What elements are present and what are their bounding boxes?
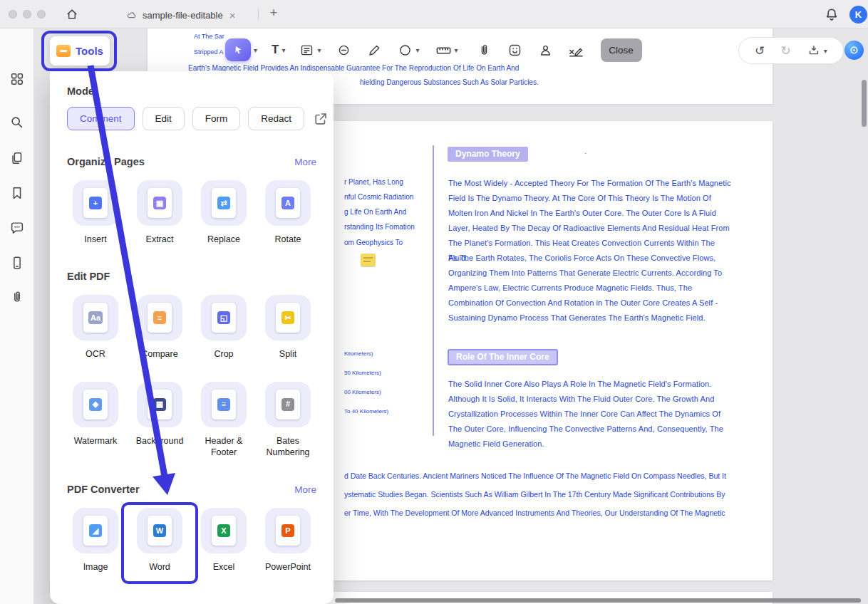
background-icon: ▦ [137,382,182,427]
signature-tool-button[interactable] [567,41,585,59]
zoom-window-button[interactable] [37,10,46,19]
redo-icon[interactable]: ↻ [780,43,790,58]
tool-replace[interactable]: ⇄ Replace [195,180,252,245]
rotate-icon: A [265,180,311,226]
stamp-icon [538,43,553,58]
shape-tool-button[interactable]: ▾ [398,43,419,58]
doc-fragment: g Life On Earth And [344,208,406,216]
minimize-window-button[interactable] [23,10,31,19]
new-tab-button[interactable]: + [265,6,282,23]
stamp-tool-button[interactable] [538,43,553,58]
organize-pages-tiles: + Insert ▣ Extract ⇄ Replace A Rotate [67,180,316,245]
chevron-down-icon[interactable]: ▾ [455,46,458,54]
tool-powerpoint[interactable]: P PowerPoint [259,508,316,573]
mode-redact-button[interactable]: Redact [248,107,304,130]
mode-section-label: Mode [67,85,316,97]
document-tab[interactable]: sample-file-editable × [120,6,243,24]
replace-icon: ⇄ [201,180,247,226]
undo-icon[interactable]: ↺ [755,43,765,58]
sticker-tool-button[interactable] [507,43,522,58]
ai-assistant-button[interactable] [844,41,864,60]
mode-options-row: Comment Edit Form Redact [67,107,316,130]
titlebar: sample-file-editable × + K [0,0,868,28]
attach-tool-button[interactable] [477,43,492,58]
tool-bates-numbering[interactable]: # Bates Numbering [259,382,316,459]
chevron-down-icon[interactable]: ▾ [317,46,321,54]
horizontal-scrollbar-thumb[interactable] [335,598,861,603]
pdf-converter-title: PDF Converter [67,484,140,495]
doc-fragment: r Planet, Has Long [344,178,403,186]
tools-button-label: Tools [76,45,103,57]
select-tool-button[interactable]: ▾ [225,38,257,61]
tool-header-footer[interactable]: ≡ Header & Footer [195,382,252,459]
tools-button[interactable]: Tools [50,36,110,66]
tools-icon [56,45,71,57]
search-icon[interactable] [9,115,25,130]
pdf-converter-header: PDF Converter More [67,484,316,495]
tool-compare[interactable]: ≡ Compare [131,295,188,360]
section-rule [433,145,434,436]
select-tool-active-box[interactable] [225,38,251,61]
cloud-sync-icon [125,9,138,21]
chevron-down-icon[interactable]: ▾ [415,46,419,54]
comments-icon[interactable] [9,220,25,236]
cursor-icon [232,43,244,56]
paperclip-icon [477,43,492,58]
doc-heading-dynamo-theory: Dynamo Theory [448,147,528,162]
vertical-scrollbar-thumb[interactable] [862,80,867,127]
tool-excel[interactable]: X Excel [195,508,252,573]
mode-comment-button[interactable]: Comment [67,107,135,130]
tool-image[interactable]: ◢ Image [67,508,124,573]
tool-split[interactable]: ✂ Split [259,295,316,360]
mode-edit-button[interactable]: Edit [143,107,185,130]
measure-tool-button[interactable]: ▾ [435,42,458,58]
organize-pages-more-link[interactable]: More [294,157,316,167]
pen-tool-button[interactable] [367,43,382,58]
home-button[interactable] [63,5,81,24]
close-button[interactable]: Close [601,38,642,62]
pdf-converter-tiles: ◢ Image W Word X Excel P PowerPoint [67,508,316,573]
tool-background[interactable]: ▦ Background [131,382,188,459]
chevron-down-icon[interactable]: ▾ [281,46,285,54]
tool-insert[interactable]: + Insert [67,180,124,245]
user-avatar[interactable]: K [849,6,867,24]
text-tool-button[interactable]: T ▾ [272,43,285,57]
page-thumbnails-icon[interactable] [9,150,25,166]
close-window-button[interactable] [9,10,17,19]
tool-ocr[interactable]: Aa OCR [67,295,124,360]
device-icon[interactable] [9,255,25,271]
tool-rotate[interactable]: A Rotate [259,180,316,245]
tools-panel: Mode Comment Edit Form Redact Organize P… [50,71,334,604]
note-tool-button[interactable]: ▾ [299,43,321,58]
organize-pages-header: Organize Pages More [67,156,316,167]
excel-icon: X [201,508,247,553]
extract-icon: ▣ [137,180,182,226]
word-icon: W [137,508,182,553]
attachments-icon[interactable] [9,289,25,305]
tool-watermark[interactable]: ◈ Watermark [67,382,124,459]
tab-title: sample-file-editable [143,10,223,21]
pdf-converter-more-link[interactable]: More [294,484,316,495]
chevron-down-icon[interactable]: ▾ [254,46,257,54]
watermark-icon: ◈ [73,382,118,427]
apps-grid-icon[interactable] [9,71,25,87]
notifications-bell-icon[interactable] [823,6,840,24]
tab-divider [258,9,259,20]
tab-close-icon[interactable]: × [228,9,237,21]
tool-crop[interactable]: ◱ Crop [195,295,252,360]
open-in-new-window-icon[interactable] [312,110,329,127]
edit-pdf-tiles: Aa OCR ≡ Compare ◱ Crop ✂ Split ◈ Waterm… [67,295,316,458]
annotation-toolbar: ▾ T ▾ ▾ ▾ ▾ Close [225,37,642,63]
tool-extract[interactable]: ▣ Extract [131,180,188,245]
sticky-note-annotation-icon[interactable] [361,254,376,266]
edit-pdf-title: Edit PDF [67,271,110,282]
save-button[interactable]: ▾ [807,43,827,58]
image-icon: ◢ [73,508,118,553]
bookmarks-icon[interactable] [9,185,25,201]
chevron-down-icon[interactable]: ▾ [824,47,827,55]
doc-line: ystematic Studies Began. Scientists Such… [344,490,725,499]
doc-fragment: 00 Kilometers) [344,389,381,395]
tool-word[interactable]: W Word [131,508,188,573]
mode-form-button[interactable]: Form [192,107,241,130]
strikeout-tool-button[interactable] [336,43,351,58]
